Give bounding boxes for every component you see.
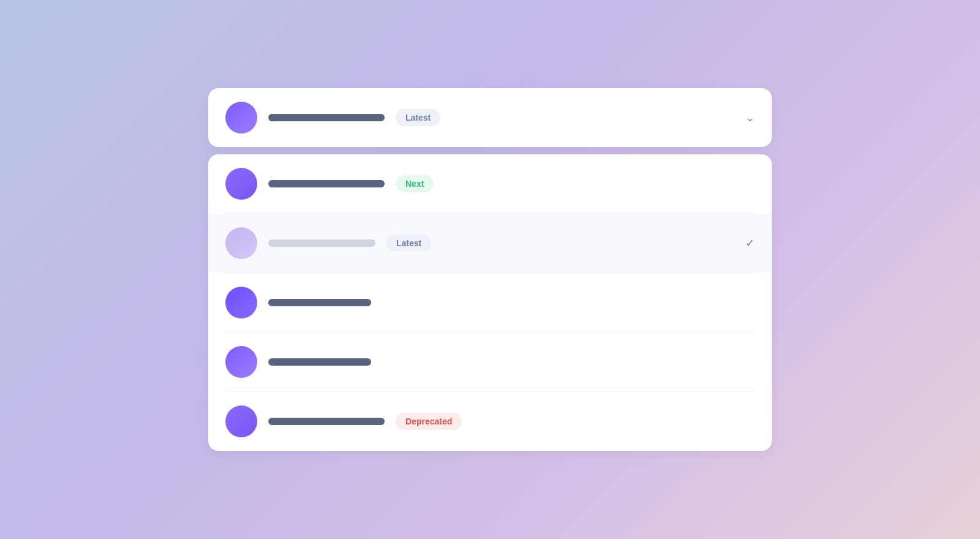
- card-collapsed: Latest ⌄: [208, 88, 772, 147]
- deprecated-badge: Deprecated: [396, 413, 462, 430]
- avatar: [225, 405, 257, 437]
- avatar: [225, 168, 257, 200]
- chevron-down-icon[interactable]: ⌄: [745, 111, 755, 124]
- avatar: [225, 346, 257, 378]
- avatar: [225, 102, 257, 134]
- item-text-bar: [268, 114, 385, 121]
- list-item-latest[interactable]: Latest ✓: [208, 214, 772, 273]
- list-item-plain-2[interactable]: [208, 333, 772, 391]
- list-item-deprecated[interactable]: Deprecated: [208, 392, 772, 451]
- avatar: [225, 287, 257, 318]
- next-badge: Next: [396, 175, 434, 192]
- item-text-bar: [268, 358, 371, 366]
- item-text-bar: [268, 299, 371, 306]
- avatar: [225, 227, 257, 259]
- list-item-plain-1[interactable]: [208, 273, 772, 332]
- latest-badge: Latest: [396, 109, 440, 126]
- latest-badge: Latest: [386, 235, 431, 252]
- main-container: Latest ⌄ Next Latest ✓: [208, 88, 772, 451]
- card-collapsed-row[interactable]: Latest ⌄: [208, 88, 772, 147]
- check-icon: ✓: [745, 236, 755, 250]
- item-text-bar: [268, 180, 385, 187]
- card-expanded: Next Latest ✓ Deprecated: [208, 154, 772, 451]
- item-text-bar: [268, 239, 375, 247]
- list-item-next[interactable]: Next: [208, 154, 772, 213]
- item-text-bar: [268, 418, 385, 425]
